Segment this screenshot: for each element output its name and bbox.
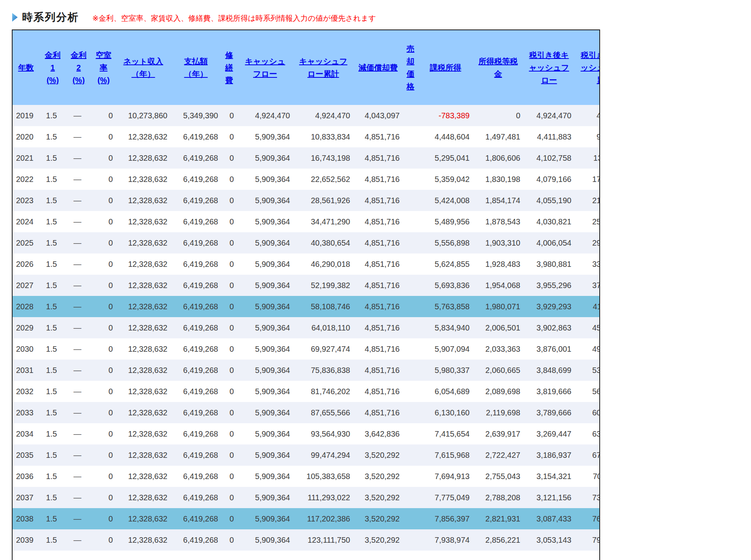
cell-year: 2022 — [13, 169, 39, 190]
col-header-cell-aftertax-cf: 税引き後キ ャッシュフ ロー — [523, 30, 575, 105]
cell-aftertax-cf-cum: 70,323,411 — [575, 466, 600, 487]
table-row-2033: 20331.5—012,328,6326,419,26805,909,36487… — [13, 402, 600, 423]
cell-cashflow: 5,909,364 — [237, 126, 293, 147]
cell-depreciation: 4,851,716 — [353, 402, 403, 423]
cell-interest2: — — [66, 381, 91, 402]
col-header-link-aftertax-cf[interactable]: 税引き後キ ャッシュフ ロー — [529, 49, 569, 86]
col-header-link-aftertax-cf-cum[interactable]: 税引き後キャ ッシュフロー 累計 — [580, 49, 600, 86]
cell-sale-price — [403, 211, 418, 232]
cell-sale-price — [403, 487, 418, 508]
cell-aftertax-cf-cum: 37,546,519 — [575, 275, 600, 296]
cell-income-tax: 0 — [473, 105, 523, 126]
cell-interest2: — — [66, 190, 91, 211]
cell-aftertax-cf-cum: 67,169,091 — [575, 444, 600, 466]
table-row-2036: 20361.5—012,328,6326,419,26805,909,36410… — [13, 466, 600, 487]
cell-depreciation: 4,851,716 — [353, 253, 403, 275]
cell-aftertax-cf-cum: 13,439,111 — [575, 147, 600, 169]
cell-payment: 6,419,268 — [171, 169, 221, 190]
cell-vacancy: 0 — [91, 190, 116, 211]
cell-aftertax-cf: 4,924,470 — [523, 105, 575, 126]
cell-cashflow-cum: 28,561,926 — [293, 190, 353, 211]
cell-repair: 0 — [221, 105, 237, 126]
cell-vacancy: 0 — [91, 487, 116, 508]
cell-aftertax-cf: 3,087,433 — [523, 508, 575, 529]
cell-repair: 0 — [221, 253, 237, 275]
col-header-link-repair[interactable]: 修 繕 費 — [225, 49, 233, 86]
cell-cashflow: 5,909,364 — [237, 529, 293, 551]
cell-interest1: 1.5 — [39, 275, 66, 296]
cell-repair: 0 — [221, 508, 237, 529]
cell-vacancy: 0 — [91, 147, 116, 169]
cell-cashflow-cum: 52,199,382 — [293, 275, 353, 296]
cell-income-tax: 1,954,068 — [473, 275, 523, 296]
col-header-cell-income-tax: 所得税等税 金 — [473, 30, 523, 105]
cell-aftertax-cf: 3,269,447 — [523, 423, 575, 444]
col-header-link-payment[interactable]: 支払額 （年） — [184, 55, 208, 80]
col-header-link-taxable-income[interactable]: 課税所得 — [430, 61, 461, 74]
cell-year: 2038 — [13, 508, 39, 529]
col-header-cell-cashflow: キャッシュ フロー — [237, 30, 293, 105]
col-header-cell-aftertax-cf-cum: 税引き後キャ ッシュフロー 累計 — [575, 30, 600, 105]
col-header-cell-cashflow-cum: キャッシュフ ロー累計 — [293, 30, 353, 105]
cell-aftertax-cf: 3,980,881 — [523, 253, 575, 275]
cell-repair: 0 — [221, 529, 237, 551]
cell-year: 2039 — [13, 529, 39, 551]
cell-net-income: 12,328,632 — [116, 338, 171, 360]
cell-interest2: — — [66, 105, 91, 126]
col-header-link-interest2[interactable]: 金利 2 (%) — [71, 49, 86, 86]
cell-repair: 0 — [221, 466, 237, 487]
col-header-link-sale-price[interactable]: 売 却 価 格 — [407, 42, 415, 93]
cell-taxable-income: -783,389 — [418, 105, 473, 126]
col-header-link-vacancy[interactable]: 空室 率 (%) — [96, 49, 112, 86]
cell-income-tax: 1,497,481 — [473, 126, 523, 147]
col-header-link-cashflow-cum[interactable]: キャッシュフ ロー累計 — [299, 55, 347, 80]
cell-repair: 0 — [221, 147, 237, 169]
cell-taxable-income: 5,359,042 — [418, 169, 473, 190]
cell-interest2: — — [66, 147, 91, 169]
cell-year: 2029 — [13, 317, 39, 338]
cell-sale-price — [403, 529, 418, 551]
col-header-link-year[interactable]: 年数 — [18, 61, 34, 74]
col-header-cell-depreciation: 減価償却費 — [353, 30, 403, 105]
cell-year: 2035 — [13, 444, 39, 466]
cell-cashflow-cum: 93,564,930 — [293, 423, 353, 444]
cell-aftertax-cf-cum: 29,610,342 — [575, 232, 600, 253]
col-header-link-income-tax[interactable]: 所得税等税 金 — [479, 55, 518, 80]
cell-aftertax-cf: 4,102,758 — [523, 147, 575, 169]
cell-interest1: 1.5 — [39, 169, 66, 190]
cell-repair: 0 — [221, 169, 237, 190]
cell-payment: 6,419,268 — [171, 147, 221, 169]
cell-taxable-income: 5,424,008 — [418, 190, 473, 211]
cell-cashflow: 5,909,364 — [237, 423, 293, 444]
col-header-link-depreciation[interactable]: 減価償却費 — [358, 61, 398, 74]
cell-vacancy: 0 — [91, 466, 116, 487]
cell-repair: 0 — [221, 381, 237, 402]
cell-net-income: 10,273,860 — [116, 105, 171, 126]
table-row-2038: 20381.5—012,328,6326,419,26805,909,36411… — [13, 508, 600, 529]
cell-year: 2021 — [13, 147, 39, 169]
cell-net-income: 12,328,632 — [116, 360, 171, 381]
cell-income-tax: 2,856,221 — [473, 529, 523, 551]
col-header-link-interest1[interactable]: 金利 1 (%) — [45, 49, 61, 86]
col-header-cell-sale-price: 売 却 価 格 — [403, 30, 418, 105]
table-body: 20191.5—010,273,8605,349,39004,924,4704,… — [13, 105, 600, 551]
cell-depreciation: 4,043,097 — [353, 105, 403, 126]
cell-repair: 0 — [221, 275, 237, 296]
cell-cashflow: 5,909,364 — [237, 275, 293, 296]
cell-taxable-income: 6,130,160 — [418, 402, 473, 423]
cell-repair: 0 — [221, 444, 237, 466]
cell-net-income: 12,328,632 — [116, 466, 171, 487]
cell-payment: 6,419,268 — [171, 444, 221, 466]
cell-sale-price — [403, 190, 418, 211]
cell-net-income: 12,328,632 — [116, 529, 171, 551]
cell-interest1: 1.5 — [39, 487, 66, 508]
cell-repair: 0 — [221, 402, 237, 423]
cell-sale-price — [403, 466, 418, 487]
col-header-link-cashflow[interactable]: キャッシュ フロー — [245, 55, 285, 80]
cell-net-income: 12,328,632 — [116, 147, 171, 169]
cell-depreciation: 4,851,716 — [353, 169, 403, 190]
cell-year: 2037 — [13, 487, 39, 508]
col-header-link-net-income[interactable]: ネット収入 （年） — [123, 55, 163, 80]
cell-repair: 0 — [221, 211, 237, 232]
cell-payment: 6,419,268 — [171, 402, 221, 423]
